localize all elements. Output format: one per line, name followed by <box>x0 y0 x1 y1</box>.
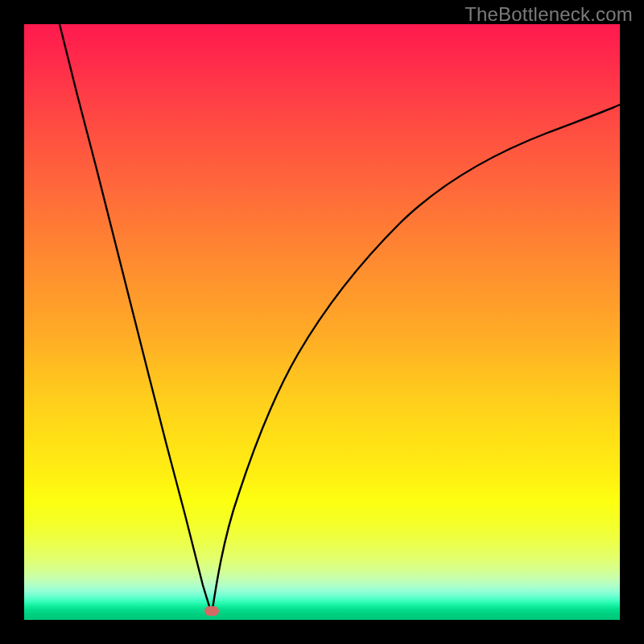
chart-stage: TheBottleneck.com <box>0 0 644 644</box>
curve-svg <box>24 24 620 620</box>
min-marker <box>204 606 219 616</box>
curve-left-branch <box>60 24 212 614</box>
plot-area <box>24 24 620 620</box>
watermark-text: TheBottleneck.com <box>464 3 633 26</box>
curve-right-branch <box>212 105 620 614</box>
